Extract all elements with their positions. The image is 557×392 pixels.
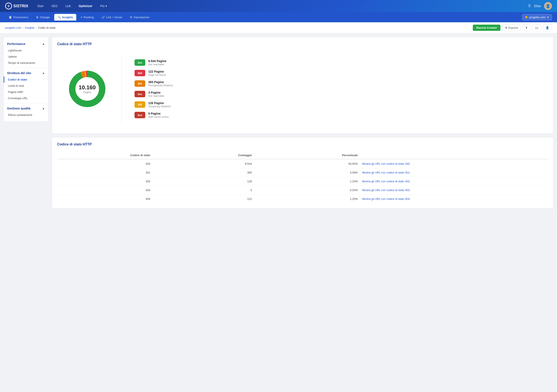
legend-text-4xx: 3 Pagine Not reachable	[148, 91, 164, 98]
logo-icon: S	[5, 3, 12, 9]
content-area: Codice di stato HTTP	[52, 37, 554, 388]
nav-start[interactable]: Start	[34, 3, 47, 9]
legend-count-301: 365 Pagine	[148, 80, 173, 84]
chevron-gestione: ▲	[42, 107, 45, 110]
avatar[interactable]: 👤	[544, 2, 552, 10]
cell-pct-4: 1,20%	[265, 197, 362, 201]
link-200[interactable]: Mostra gli URL con codice di stato 200.	[362, 162, 410, 165]
table-row: 301 365 3,59% Mostra gli URL con codice …	[57, 168, 548, 177]
sidebar-item-livelli[interactable]: Livelli di click	[4, 83, 48, 89]
breadcrumb-actions: Riavvia Crawler ⬇ Esporta ⬆ 📖 👤	[473, 24, 552, 31]
settings-button[interactable]: 👤	[543, 24, 552, 31]
cell-code-4: 404	[57, 197, 159, 201]
sidebar-section-gestione[interactable]: Gestione qualità ▲	[4, 105, 48, 112]
cell-code-0: 200	[57, 162, 159, 165]
cell-link-3[interactable]: Mostra gli URL con codice di stato 403.	[362, 188, 548, 192]
legend-text-302: 126 Pagine Temporary Redirect	[148, 101, 171, 108]
cell-code-2: 302	[57, 180, 159, 183]
cell-link-1[interactable]: Mostra gli URL con codice di stato 301.	[362, 171, 548, 174]
table-card-title: Codice di stato HTTP	[57, 142, 548, 146]
donut-center: 10.160 Pagine	[79, 84, 96, 94]
badge-301: 301	[135, 80, 145, 87]
top-nav: S SISTRIX Start SEO Link Optimizer Più ▾…	[0, 0, 557, 12]
bookmark-icon: 📖	[535, 26, 538, 29]
legend-text-5xx: 0 Pagine With server errors	[148, 112, 169, 118]
domain-selector[interactable]: progetto.com ▾	[522, 14, 552, 20]
sidebar-item-cronologia[interactable]: Cronologia URL	[4, 95, 48, 101]
nav-link[interactable]: Link	[62, 3, 74, 9]
cell-pct-2: 1,24%	[265, 180, 362, 183]
legend-text-404: 122 Pagine Page not found	[148, 70, 166, 76]
breadcrumb-bar: progetto.com › Insights › Codici di stat…	[0, 22, 557, 33]
sidebar-item-lighthouse[interactable]: Lighthouse	[4, 47, 48, 54]
subnav-panoramica[interactable]: 📋 Panoramica	[5, 14, 32, 21]
nav-optimizer[interactable]: Optimizer	[76, 3, 96, 9]
cell-count-0: 9.544	[159, 162, 265, 165]
donut-total: 10.160	[79, 84, 96, 91]
legend-text-301: 365 Pagine Permanently Redirect	[148, 80, 173, 87]
sidebar-section-performance[interactable]: Performance ▲	[4, 41, 48, 47]
legend-item-302: 302 126 Pagine Temporary Redirect	[135, 101, 173, 108]
badge-2xx: 2xx	[135, 59, 145, 66]
badge-4xx: 4xx	[135, 91, 145, 97]
nav-piu[interactable]: Più ▾	[97, 3, 110, 9]
nav-seo[interactable]: SEO	[49, 3, 61, 9]
sidebar-item-rileva[interactable]: Rileva cambiamenti	[4, 112, 48, 118]
legend-desc-4xx: Not reachable	[148, 94, 164, 98]
table-row: 403 3 0,03% Mostra gli URL con codice di…	[57, 186, 548, 195]
link-social-icon: 🔗	[102, 16, 105, 19]
sidebar-divider-1	[4, 68, 48, 68]
chart-card-title: Codice di stato HTTP	[57, 42, 548, 46]
grid-icon[interactable]: ⠿	[528, 4, 531, 8]
user-name: Elisa	[534, 4, 541, 8]
sidebar-item-codici[interactable]: Codici di stato	[4, 76, 48, 83]
link-301[interactable]: Mostra gli URL con codice di stato 301.	[362, 171, 410, 174]
legend-count-302: 126 Pagine	[148, 101, 171, 105]
legend-desc-2xx: Are reachable	[148, 63, 166, 66]
main-layout: Performance ▲ Lighthouse Uptime Tempo di…	[0, 33, 557, 391]
cell-pct-3: 0,03%	[265, 188, 362, 192]
breadcrumb-current: Codici di stato	[38, 26, 56, 29]
cell-link-0[interactable]: Mostra gli URL con codice di stato 200.	[362, 162, 548, 165]
link-403[interactable]: Mostra gli URL con codice di stato 403.	[362, 188, 410, 192]
table-row: 302 126 1,24% Mostra gli URL con codice …	[57, 177, 548, 186]
sub-nav-right: progetto.com ▾	[522, 14, 552, 20]
subnav-link-social[interactable]: 🔗 Link + Social	[98, 14, 125, 21]
chart-divider	[122, 55, 122, 123]
subnav-ranking[interactable]: ≡ Ranking	[77, 14, 97, 21]
col-header-count: Conteggio	[159, 154, 265, 157]
table-header: Codice di stato Conteggio Percentuale	[57, 151, 548, 159]
nav-right: ⠿ Elisa 👤	[528, 2, 552, 10]
col-header-pct: Percentuale	[265, 154, 362, 157]
sidebar-item-uptime[interactable]: Uptime	[4, 54, 48, 60]
sidebar-section-struttura[interactable]: Struttura del sito ▲	[4, 70, 48, 76]
sidebar-item-amp[interactable]: Pagine AMP	[4, 89, 48, 95]
restart-crawler-button[interactable]: Riavvia Crawler	[473, 25, 500, 31]
share-button[interactable]: ⬆	[523, 24, 530, 31]
link-404[interactable]: Mostra gli URL con codice di stato 404.	[362, 197, 410, 201]
domain-dot	[525, 16, 527, 18]
subnav-onpage[interactable]: 🖥 Onpage	[32, 14, 53, 21]
subnav-insights[interactable]: 🔍 Insights	[54, 14, 76, 21]
breadcrumb-domain[interactable]: progetto.com	[5, 26, 21, 29]
legend-count-4xx: 3 Pagine	[148, 91, 164, 94]
impostazioni-icon: ⚙	[130, 16, 132, 19]
insights-icon: 🔍	[58, 16, 61, 19]
subnav-impostazioni[interactable]: ⚙ Impostazioni	[126, 14, 153, 21]
sidebar-item-tempo[interactable]: Tempo di caricamento	[4, 60, 48, 66]
domain-chevron: ▾	[547, 16, 549, 19]
ranking-icon: ≡	[81, 16, 82, 19]
export-button[interactable]: ⬇ Esporta	[502, 24, 521, 31]
export-icon: ⬇	[505, 26, 507, 29]
breadcrumb-insights[interactable]: Insights	[25, 26, 34, 29]
cell-link-4[interactable]: Mostra gli URL con codice di stato 404.	[362, 197, 548, 201]
col-header-code: Codice di stato	[57, 154, 159, 157]
cell-link-2[interactable]: Mostra gli URL con codice di stato 302.	[362, 180, 548, 183]
logo[interactable]: S SISTRIX	[5, 3, 28, 9]
legend-desc-404: Page not found	[148, 74, 166, 76]
legend-desc-301: Permanently Redirect	[148, 84, 173, 87]
bookmark-button[interactable]: 📖	[532, 24, 541, 31]
legend-count-404: 122 Pagine	[148, 70, 166, 73]
chevron-performance: ▲	[42, 42, 45, 45]
link-302[interactable]: Mostra gli URL con codice di stato 302.	[362, 180, 410, 183]
